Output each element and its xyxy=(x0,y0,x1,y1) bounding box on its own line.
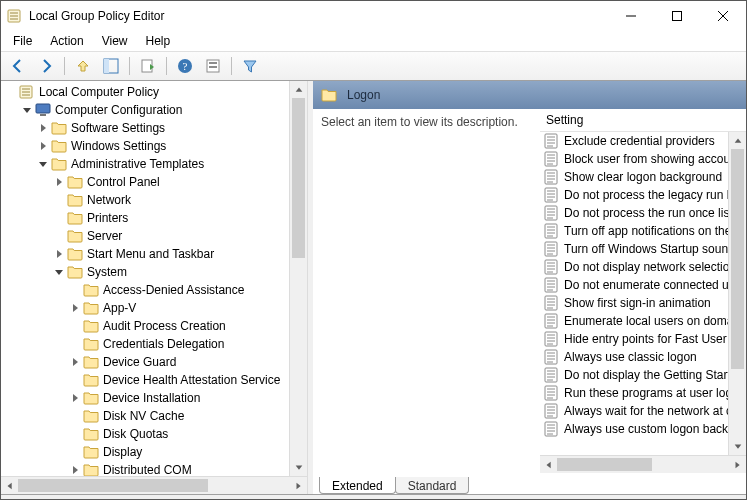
scroll-up-icon[interactable] xyxy=(290,81,307,98)
tree-item[interactable]: Device Installation xyxy=(5,389,289,407)
setting-item[interactable]: Turn off app notifications on the lock s… xyxy=(540,222,728,240)
tab-standard[interactable]: Standard xyxy=(395,477,470,494)
setting-item[interactable]: Hide entry points for Fast User Switchin… xyxy=(540,330,728,348)
tree-item[interactable]: Audit Process Creation xyxy=(5,317,289,335)
setting-label: Always wait for the network at computer xyxy=(564,404,728,418)
tree-item[interactable]: Disk NV Cache xyxy=(5,407,289,425)
properties-button[interactable] xyxy=(200,54,226,78)
help-button[interactable] xyxy=(172,54,198,78)
tree-item[interactable]: Administrative Templates xyxy=(5,155,289,173)
menu-help[interactable]: Help xyxy=(138,32,179,50)
tree-item[interactable]: Credentials Delegation xyxy=(5,335,289,353)
setting-item[interactable]: Always use classic logon xyxy=(540,348,728,366)
tree-item[interactable]: Device Guard xyxy=(5,353,289,371)
chevron-right-icon[interactable] xyxy=(69,356,81,368)
detail-header: Logon xyxy=(313,81,746,109)
tree-item[interactable]: System xyxy=(5,263,289,281)
scroll-left-icon[interactable] xyxy=(1,477,18,494)
tree-item-label: Distributed COM xyxy=(103,463,192,476)
setting-item[interactable]: Turn off Windows Startup sound xyxy=(540,240,728,258)
setting-item[interactable]: Do not process the run once list xyxy=(540,204,728,222)
setting-item[interactable]: Show clear logon background xyxy=(540,168,728,186)
chevron-down-icon[interactable] xyxy=(21,104,33,116)
tree-item[interactable]: Distributed COM xyxy=(5,461,289,476)
setting-label: Exclude credential providers xyxy=(564,134,715,148)
tree-item[interactable]: Windows Settings xyxy=(5,137,289,155)
tree-item[interactable]: Computer Configuration xyxy=(5,101,289,119)
tree-item[interactable]: Local Computer Policy xyxy=(5,83,289,101)
tree-item-label: System xyxy=(87,265,127,279)
computer-icon xyxy=(35,102,51,118)
maximize-button[interactable] xyxy=(654,1,700,31)
setting-item[interactable]: Exclude credential providers xyxy=(540,132,728,150)
menu-view[interactable]: View xyxy=(94,32,136,50)
setting-item[interactable]: Always wait for the network at computer xyxy=(540,402,728,420)
tree-item[interactable]: Display xyxy=(5,443,289,461)
tree-item[interactable]: Device Health Attestation Service xyxy=(5,371,289,389)
chevron-right-icon[interactable] xyxy=(69,464,81,476)
tree-item[interactable]: Printers xyxy=(5,209,289,227)
menu-file[interactable]: File xyxy=(5,32,40,50)
scroll-right-icon[interactable] xyxy=(729,456,746,473)
export-list-button[interactable] xyxy=(135,54,161,78)
description-column: Select an item to view its description. xyxy=(313,109,539,473)
folder-icon xyxy=(51,156,67,172)
setting-label: Do not enumerate connected users on doma… xyxy=(564,278,728,292)
back-button[interactable] xyxy=(5,54,31,78)
setting-item[interactable]: Do not process the legacy run list xyxy=(540,186,728,204)
setting-item[interactable]: Always use custom logon background xyxy=(540,420,728,438)
filter-button[interactable] xyxy=(237,54,263,78)
tree-item[interactable]: Software Settings xyxy=(5,119,289,137)
tab-extended[interactable]: Extended xyxy=(319,477,396,494)
tree-item[interactable]: Network xyxy=(5,191,289,209)
scroll-thumb[interactable] xyxy=(18,479,208,492)
scroll-thumb[interactable] xyxy=(731,149,744,369)
tree-item[interactable]: Access-Denied Assistance xyxy=(5,281,289,299)
scroll-down-icon[interactable] xyxy=(290,459,307,476)
list-horizontal-scrollbar[interactable] xyxy=(540,455,746,473)
setting-item[interactable]: Do not display the Getting Started welco… xyxy=(540,366,728,384)
setting-list[interactable]: Exclude credential providersBlock user f… xyxy=(540,132,728,455)
scroll-down-icon[interactable] xyxy=(729,438,746,455)
setting-item[interactable]: Block user from showing account details xyxy=(540,150,728,168)
setting-label: Show first sign-in animation xyxy=(564,296,711,310)
tree-item[interactable]: Disk Quotas xyxy=(5,425,289,443)
settings-column-header[interactable]: Setting xyxy=(540,109,746,132)
twisty-spacer xyxy=(69,428,81,440)
chevron-right-icon[interactable] xyxy=(37,140,49,152)
tree-horizontal-scrollbar[interactable] xyxy=(1,476,307,494)
scroll-thumb[interactable] xyxy=(557,458,652,471)
list-vertical-scrollbar[interactable] xyxy=(728,132,746,455)
chevron-right-icon[interactable] xyxy=(53,176,65,188)
chevron-down-icon[interactable] xyxy=(53,266,65,278)
policy-tree[interactable]: Local Computer PolicyComputer Configurat… xyxy=(1,81,289,476)
twisty-spacer xyxy=(69,320,81,332)
up-button[interactable] xyxy=(70,54,96,78)
chevron-down-icon[interactable] xyxy=(37,158,49,170)
tree-item[interactable]: Control Panel xyxy=(5,173,289,191)
forward-button[interactable] xyxy=(33,54,59,78)
scroll-right-icon[interactable] xyxy=(290,477,307,494)
setting-item[interactable]: Enumerate local users on domain-joined xyxy=(540,312,728,330)
setting-item[interactable]: Do not display network selection UI xyxy=(540,258,728,276)
tree-item[interactable]: Server xyxy=(5,227,289,245)
chevron-right-icon[interactable] xyxy=(69,392,81,404)
scroll-left-icon[interactable] xyxy=(540,456,557,473)
setting-item[interactable]: Run these programs at user logon xyxy=(540,384,728,402)
tree-item[interactable]: Start Menu and Taskbar xyxy=(5,245,289,263)
menu-action[interactable]: Action xyxy=(42,32,91,50)
setting-icon xyxy=(544,367,560,383)
scroll-thumb[interactable] xyxy=(292,98,305,258)
tree-vertical-scrollbar[interactable] xyxy=(289,81,307,476)
folder-icon xyxy=(51,120,67,136)
scroll-up-icon[interactable] xyxy=(729,132,746,149)
close-button[interactable] xyxy=(700,1,746,31)
chevron-right-icon[interactable] xyxy=(37,122,49,134)
minimize-button[interactable] xyxy=(608,1,654,31)
setting-item[interactable]: Show first sign-in animation xyxy=(540,294,728,312)
setting-item[interactable]: Do not enumerate connected users on doma… xyxy=(540,276,728,294)
tree-item[interactable]: App-V xyxy=(5,299,289,317)
show-hide-tree-button[interactable] xyxy=(98,54,124,78)
chevron-right-icon[interactable] xyxy=(53,248,65,260)
chevron-right-icon[interactable] xyxy=(69,302,81,314)
